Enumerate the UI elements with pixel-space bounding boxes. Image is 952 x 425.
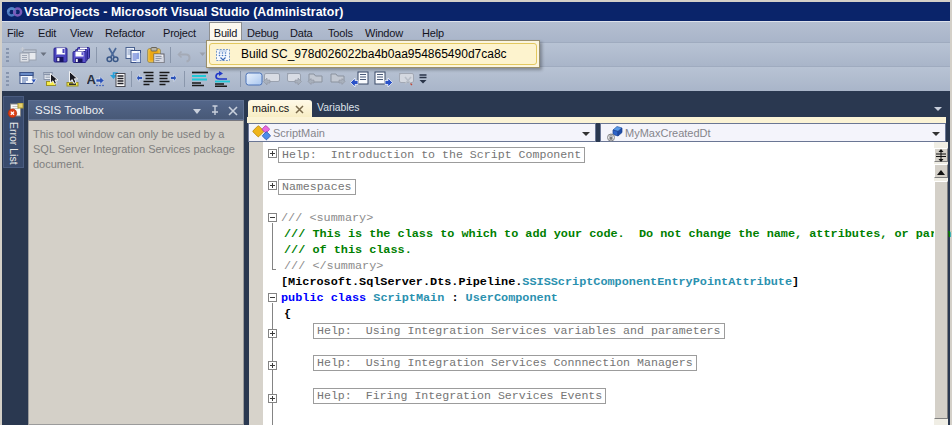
svg-text:A: A: [87, 72, 97, 87]
